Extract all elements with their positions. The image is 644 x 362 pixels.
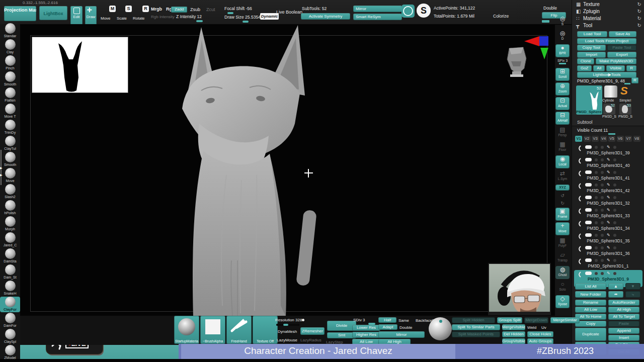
ghost-toggle-icon[interactable] — [613, 234, 616, 237]
ghost-toggle-icon[interactable] — [613, 221, 616, 224]
paint-icon[interactable]: ✎ — [607, 220, 610, 225]
eye-visibility-toggle[interactable] — [585, 145, 592, 149]
list-all-button[interactable]: List All — [575, 283, 606, 290]
brush-item-standar[interactable]: Standar — [0, 23, 20, 39]
eye-visibility-toggle[interactable] — [585, 158, 592, 161]
strip-s-button[interactable]: ◎S — [555, 15, 570, 28]
move-button[interactable]: M Move — [101, 6, 116, 21]
brush-item-snakeh[interactable]: SnakeH — [0, 281, 20, 296]
lazymouse-label[interactable]: LazyMouse — [277, 338, 297, 342]
brush-item-trimdy[interactable]: TrimDy — [0, 120, 20, 135]
close-holes-button[interactable]: Close Holes — [527, 331, 553, 337]
all-button[interactable]: All — [593, 65, 605, 71]
subtool-down-button[interactable]: ▼ — [625, 283, 640, 290]
double-toggle-shelf[interactable]: Double — [399, 325, 412, 330]
menu-item-texture[interactable]: ▦Texture↻ — [576, 2, 642, 9]
brush-item-morph[interactable]: Morph — [0, 216, 20, 232]
strip-spin-icon[interactable]: ↻ — [555, 200, 570, 207]
subtool-tab-v2[interactable]: V2 — [584, 136, 591, 142]
brush-item-zmodel[interactable]: ZModel — [0, 345, 20, 360]
brush-item-damfor[interactable]: DamFor — [0, 313, 20, 328]
brush-item-move[interactable]: Move — [0, 168, 20, 184]
z-intensity-thumb[interactable] — [196, 20, 203, 22]
subtool-item[interactable]: ✎PM3D_Sphere3D1_36 — [574, 244, 642, 257]
clone-button[interactable]: Clone — [577, 58, 594, 64]
make-polymesh3d-button[interactable]: Make PolyMesh3D — [596, 58, 636, 64]
strip-transp-button[interactable]: ▱Transp — [555, 251, 570, 264]
menu-item-material[interactable]: ∷Material↻ — [576, 16, 642, 23]
activate-symmetry-button[interactable]: Activate Symmetry — [301, 13, 350, 20]
strip-xpose-button[interactable]: ◇Xpose — [555, 295, 570, 308]
subtool-tab-v7[interactable]: V7 — [625, 136, 632, 142]
paint-icon[interactable]: ✎ — [607, 208, 610, 212]
visible-button[interactable]: Visible — [606, 65, 625, 71]
eye-off-icon[interactable] — [595, 146, 598, 149]
brush-item-clayfor[interactable]: ClayFor — [0, 297, 20, 312]
import-button[interactable]: Import — [577, 52, 606, 58]
strip-scroll-button[interactable]: ⊞Scroll — [555, 68, 570, 81]
brush-item-hpolish[interactable]: hPolish — [0, 200, 20, 216]
subtool-tab-v4[interactable]: V4 — [600, 136, 607, 142]
append-button[interactable]: Append — [608, 328, 639, 334]
strip-spix-3[interactable]: SPix 3 — [555, 59, 570, 66]
eye-off-icon[interactable] — [595, 184, 598, 187]
brush-item-pinch[interactable]: Pinch — [0, 55, 20, 71]
render-toggle-icon[interactable] — [601, 196, 604, 199]
same-toggle[interactable]: Same — [398, 318, 409, 323]
subtool-item[interactable]: ✎PM3D_Sphere3D1_32 — [574, 194, 642, 207]
brush-item-smooth[interactable]: Smooth — [0, 152, 20, 167]
tool-thumb-s2[interactable]: 53 — [619, 104, 631, 115]
lightbox-tools-button[interactable]: Lightbox▶Tools — [577, 72, 636, 78]
brush-item-jared_c[interactable]: Jared_C — [0, 232, 20, 248]
live-boolean-button[interactable]: Live Boolean — [276, 10, 302, 15]
ghost-toggle-icon[interactable] — [613, 158, 616, 161]
resolution-slider[interactable]: Resolution 328 — [275, 318, 302, 322]
subtool-tab-v8[interactable]: V8 — [633, 136, 640, 142]
strip-floor-button[interactable]: ▦Floor — [555, 141, 570, 154]
brush-item-damsta[interactable]: DamSta — [0, 248, 20, 264]
colorize-button[interactable]: Colorize — [493, 14, 509, 19]
rgb-intensity-slider[interactable]: Rgb Intensity — [151, 15, 175, 19]
strip-local-button[interactable]: ◉Local — [555, 155, 570, 168]
brush-item-flatten[interactable]: Flatten — [0, 87, 20, 103]
subtool-item[interactable]: ✎PM3D_Sphere3D1_35 — [574, 232, 642, 244]
zcut-button[interactable]: Zcut — [206, 7, 215, 12]
eye-off-icon[interactable] — [595, 272, 598, 275]
paste-button[interactable]: Paste — [608, 321, 639, 327]
subtool-item[interactable]: ✎PM3D_Sphere3D1_34 — [574, 219, 642, 232]
save-as-button[interactable]: Save As — [609, 31, 636, 37]
mrgb-button[interactable]: Mrgb — [151, 7, 162, 12]
focal-shift-slider[interactable]: Focal Shift -56 — [224, 6, 252, 11]
focal-shift-thumb[interactable] — [227, 12, 233, 14]
paint-icon[interactable]: ✎ — [607, 271, 610, 276]
groups-split-button[interactable]: Groups Split — [497, 317, 522, 323]
eye-visibility-toggle[interactable] — [585, 272, 592, 275]
eye-visibility-toggle[interactable] — [585, 258, 592, 262]
zadd-button[interactable]: Zadd — [171, 7, 187, 13]
flip-slider[interactable] — [542, 20, 549, 23]
subtool-item[interactable]: ✎PM3D_Sphere3D1_1 — [574, 257, 642, 269]
brush-item-clayspl[interactable]: ClaySpl — [0, 329, 20, 344]
refresh-icon[interactable]: ↻ — [637, 9, 641, 14]
lightbox-button[interactable]: LightBox — [39, 6, 67, 20]
resolution-track[interactable] — [276, 324, 299, 326]
ghost-toggle-icon[interactable] — [613, 209, 616, 212]
subtool-item[interactable]: ✎PM3D_Sphere3D1_33 — [574, 207, 642, 219]
brush-item-slash2[interactable]: Slash2 — [0, 184, 20, 200]
mergesimilar-button[interactable]: MergeSimilar — [550, 317, 580, 323]
adapt-button[interactable]: Adapt — [378, 324, 397, 330]
split-hidden-button[interactable]: Split Hidden — [452, 317, 495, 323]
tool-thumb-cylinder[interactable] — [604, 85, 617, 98]
paint-icon[interactable]: ✎ — [607, 258, 610, 262]
half-button[interactable]: Half — [378, 317, 396, 323]
refresh-icon[interactable]: ↻ — [637, 16, 641, 21]
strip-slider[interactable] — [559, 63, 566, 64]
eye-visibility-toggle[interactable] — [585, 196, 592, 199]
eye-off-icon[interactable] — [595, 171, 598, 174]
render-toggle-icon[interactable] — [601, 246, 604, 249]
double-toggle[interactable]: Double — [543, 6, 557, 11]
render-toggle-icon[interactable] — [601, 158, 604, 161]
mergedown-button[interactable]: MergeDown — [524, 317, 548, 323]
new-folder-button[interactable]: New Folder — [575, 291, 606, 298]
mirror-slider-button[interactable]: Mirror — [378, 331, 425, 338]
